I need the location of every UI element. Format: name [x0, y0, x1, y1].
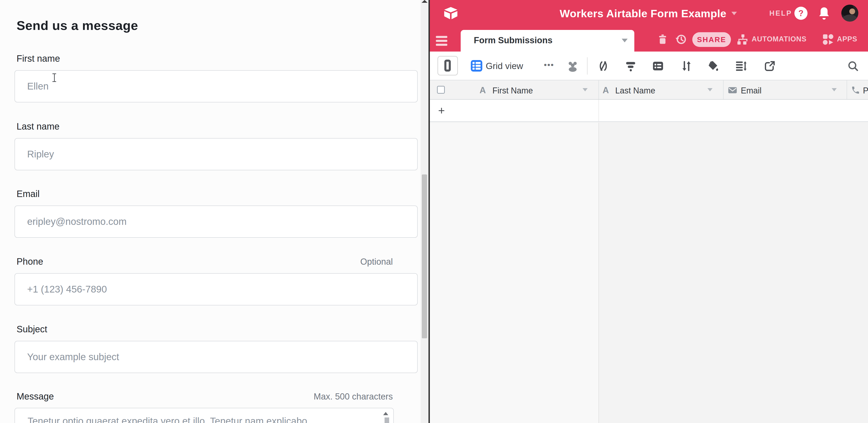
- form-title: Send us a message: [17, 18, 138, 33]
- notifications-bell-icon[interactable]: [818, 6, 830, 20]
- message-maxchars-note: Max. 500 characters: [314, 392, 393, 401]
- grid-empty-area-left: [430, 123, 598, 423]
- phone-field-type-icon: [851, 86, 860, 95]
- column-caret-icon[interactable]: [832, 88, 837, 91]
- hide-fields-icon[interactable]: [597, 60, 609, 72]
- field-email: Email: [14, 189, 393, 254]
- first-name-label: First name: [17, 53, 60, 64]
- phone-input[interactable]: [14, 273, 418, 305]
- apps-icon[interactable]: [822, 34, 834, 46]
- select-all-checkbox[interactable]: [437, 86, 445, 94]
- field-first-name: First name: [14, 53, 393, 119]
- first-name-input[interactable]: [14, 70, 418, 102]
- email-input[interactable]: [14, 206, 418, 238]
- email-field-type-icon: [728, 86, 737, 95]
- base-title-caret-icon: [732, 12, 737, 15]
- table-tab-label: Form Submissions: [474, 35, 553, 46]
- last-name-label: Last name: [17, 121, 60, 132]
- grid-header-row: A First Name A Last Name Email: [430, 80, 868, 100]
- view-toolbar: Grid view •••: [430, 52, 868, 80]
- history-icon[interactable]: [675, 33, 687, 45]
- column-caret-icon[interactable]: [583, 88, 588, 91]
- share-view-icon[interactable]: [764, 60, 776, 72]
- automations-button[interactable]: AUTOMATIONS: [752, 35, 807, 43]
- automations-icon[interactable]: [737, 34, 749, 46]
- page-scrollbar-thumb[interactable]: [422, 175, 427, 338]
- grid-empty-area-right: [599, 123, 868, 423]
- column-caret-icon[interactable]: [708, 88, 713, 91]
- field-phone: Phone Optional: [14, 256, 393, 322]
- screen: Send us a message First name Last name E…: [0, 0, 868, 423]
- view-name[interactable]: Grid view: [486, 61, 523, 71]
- table-tab-caret-icon[interactable]: [622, 39, 628, 42]
- table-tab-form-submissions[interactable]: Form Submissions: [461, 30, 634, 52]
- search-icon[interactable]: [847, 60, 859, 72]
- field-subject: Subject: [14, 324, 393, 390]
- scrollbar-up-arrow-icon[interactable]: [422, 0, 428, 3]
- message-textarea[interactable]: Tenetur optio quaerat expedita vero et i…: [14, 408, 394, 423]
- message-placeholder-text: Tenetur optio quaerat expedita vero et i…: [28, 415, 375, 423]
- contact-form-panel: Send us a message First name Last name E…: [0, 0, 421, 423]
- airtable-topbar: Workers Airtable Form Example HELP ?: [430, 0, 868, 27]
- row-height-icon[interactable]: [735, 60, 747, 72]
- collaborators-icon[interactable]: [567, 60, 579, 72]
- text-field-type-icon: A: [479, 85, 486, 95]
- phone-optional-note: Optional: [360, 257, 393, 267]
- text-cursor-icon: [52, 73, 57, 83]
- apps-button[interactable]: APPS: [837, 35, 857, 43]
- sort-icon[interactable]: [681, 60, 692, 72]
- airtable-logo-icon[interactable]: [443, 6, 458, 20]
- view-options-ellipsis[interactable]: •••: [544, 60, 554, 69]
- grid-view-icon[interactable]: [471, 60, 482, 71]
- airtable-tab-row: Form Submissions SHARE AUTOMATIONS: [430, 27, 868, 52]
- help-question-icon[interactable]: ?: [795, 7, 807, 20]
- email-label: Email: [17, 189, 39, 199]
- share-button[interactable]: SHARE: [692, 32, 731, 47]
- add-row-row[interactable]: +: [430, 100, 868, 122]
- trash-icon[interactable]: [657, 33, 669, 45]
- textarea-scrollbar-thumb[interactable]: [384, 418, 389, 423]
- primary-column-divider: [598, 123, 599, 423]
- color-icon[interactable]: [708, 60, 719, 72]
- subject-input[interactable]: [14, 341, 418, 373]
- phone-label: Phone: [17, 256, 43, 267]
- field-message: Message Max. 500 characters Tenetur opti…: [14, 391, 393, 423]
- user-avatar[interactable]: [841, 5, 858, 22]
- text-field-type-icon: A: [602, 85, 609, 95]
- group-icon[interactable]: [652, 60, 664, 72]
- help-button[interactable]: HELP: [769, 9, 792, 18]
- field-last-name: Last name: [14, 121, 393, 187]
- toolbar-divider: [587, 57, 588, 74]
- base-title[interactable]: Workers Airtable Form Example: [560, 7, 726, 20]
- airtable-panel: Workers Airtable Form Example HELP ? For…: [430, 0, 868, 423]
- sidebar-toggle-icon: [444, 60, 451, 71]
- sidebar-menu-icon[interactable]: [436, 36, 447, 46]
- subject-label: Subject: [17, 324, 47, 334]
- view-sidebar-toggle-button[interactable]: [437, 56, 458, 75]
- base-title-wrap[interactable]: Workers Airtable Form Example: [526, 0, 770, 27]
- last-name-input[interactable]: [14, 138, 418, 170]
- page-scrollbar-track[interactable]: [421, 0, 429, 423]
- message-label: Message: [17, 391, 54, 401]
- add-row-button[interactable]: +: [438, 104, 445, 117]
- filter-icon[interactable]: [625, 60, 637, 72]
- textarea-scroll-up-icon[interactable]: [383, 412, 388, 415]
